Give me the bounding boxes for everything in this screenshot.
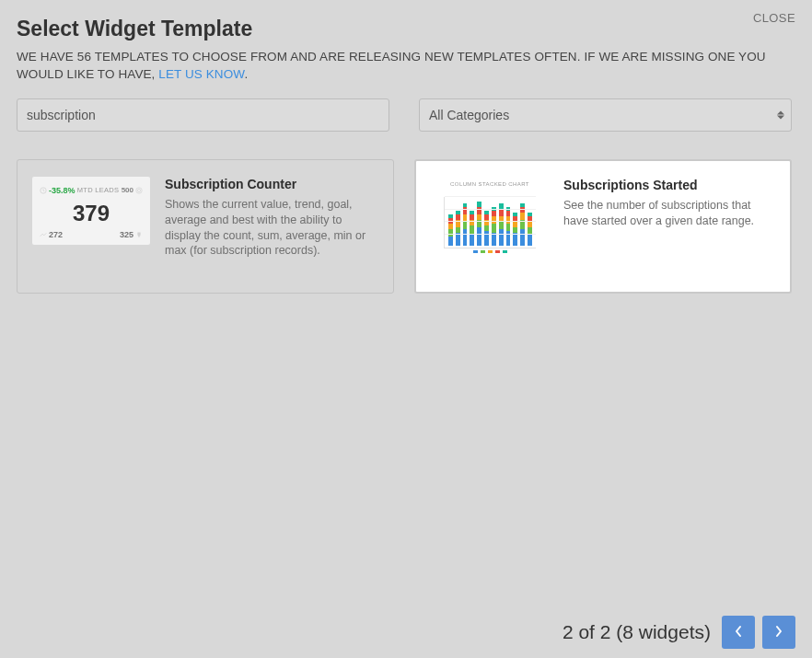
card-thumbnail: -35.8% MTD LEADS 500 379	[32, 177, 150, 276]
pagination-status: 2 of 2 (8 widgets)	[563, 621, 711, 643]
counter-preview: -35.8% MTD LEADS 500 379	[32, 177, 150, 245]
stacked-chart-preview: COLUMN STACKED CHART	[440, 178, 539, 255]
prev-page-button[interactable]	[722, 616, 755, 649]
chart-bar	[463, 203, 468, 246]
chart-bar	[484, 211, 489, 246]
chart-bar	[448, 214, 453, 246]
chart-thumb-title: COLUMN STACKED CHART	[444, 181, 536, 187]
svg-point-1	[136, 188, 142, 193]
card-title: Subscriptions Started	[563, 178, 775, 192]
chevron-left-icon	[734, 625, 743, 641]
counter-main-value: 379	[40, 201, 143, 226]
modal-title: Select Widget Template	[17, 17, 795, 41]
chart-bar	[513, 213, 517, 246]
chart-bar	[470, 211, 474, 246]
counter-avg: 272	[49, 230, 63, 239]
counter-label: MTD LEADS	[77, 186, 120, 194]
subtitle-text: WE HAVE 56 TEMPLATES TO CHOOSE FROM AND …	[17, 50, 766, 81]
next-page-button[interactable]	[762, 616, 795, 649]
chart-bar	[492, 207, 496, 246]
card-thumbnail: COLUMN STACKED CHART	[431, 178, 549, 275]
card-title: Subscription Counter	[165, 177, 378, 191]
card-description: See the number of subscriptions that hav…	[563, 198, 775, 229]
template-card-subscription-counter[interactable]: -35.8% MTD LEADS 500 379	[17, 159, 394, 294]
chart-bar	[456, 211, 460, 246]
subtitle-text-end: .	[244, 67, 248, 81]
search-input[interactable]	[17, 98, 389, 132]
chart-bar	[506, 207, 511, 246]
template-card-subscriptions-started[interactable]: COLUMN STACKED CHART	[414, 159, 792, 294]
category-select[interactable]: All Categories	[419, 98, 792, 132]
chevron-right-icon	[774, 625, 783, 641]
counter-pct: -35.8%	[49, 186, 75, 195]
let-us-know-link[interactable]: LET US KNOW	[158, 67, 244, 81]
target-icon	[135, 187, 143, 194]
counter-goal: 500	[122, 186, 133, 194]
chart-legend	[444, 250, 536, 253]
trophy-icon	[135, 231, 143, 238]
card-description: Shows the current value, trend, goal, av…	[165, 197, 378, 260]
svg-point-2	[137, 189, 140, 191]
trend-icon	[40, 231, 47, 238]
clock-icon	[40, 187, 47, 194]
chart-bar	[520, 203, 525, 246]
close-button[interactable]: CLOSE	[753, 11, 795, 25]
chart-thumb-subtitle	[444, 189, 536, 194]
chart-bar	[528, 213, 532, 246]
counter-best: 325	[120, 230, 133, 239]
modal-subtitle: WE HAVE 56 TEMPLATES TO CHOOSE FROM AND …	[17, 49, 795, 84]
chart-bar	[499, 203, 504, 246]
